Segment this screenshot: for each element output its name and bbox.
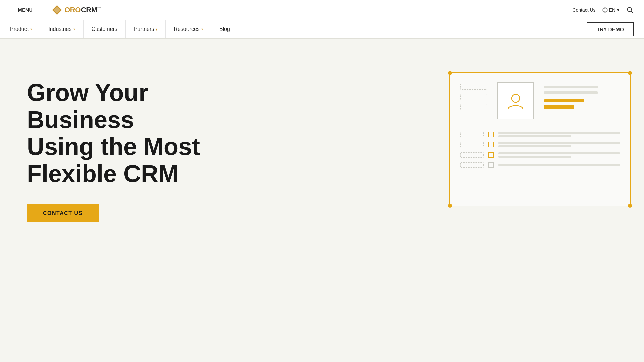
row-dashed-1 — [460, 132, 484, 137]
row-line-3a — [498, 152, 620, 154]
hero-title-line2: Using the Most — [27, 133, 200, 160]
logo-tm: ™ — [97, 6, 101, 10]
avatar-icon — [505, 91, 526, 111]
row-dashed-3 — [460, 152, 484, 158]
info-line-1 — [544, 86, 598, 88]
logo-diamond-icon — [52, 5, 62, 15]
svg-point-7 — [512, 94, 520, 102]
navbar: Product ▾ Industries ▾ Customers Partner… — [0, 20, 644, 39]
row-line-1a — [498, 132, 620, 134]
logo-oro: ORO — [64, 6, 81, 14]
nav-item-partners[interactable]: Partners ▾ — [126, 20, 166, 38]
hero-title: Grow Your Business Using the Most Flexib… — [27, 79, 262, 187]
card-top-section — [450, 73, 630, 132]
topbar-left: MENU OROCRM™ — [0, 0, 110, 20]
info-highlight-2 — [544, 105, 574, 109]
contact-us-link[interactable]: Contact Us — [572, 7, 595, 13]
nav-partners-label: Partners — [134, 26, 154, 32]
search-button[interactable] — [626, 6, 634, 14]
hero-title-line1: Grow Your Business — [27, 79, 148, 133]
corner-dot-br — [628, 204, 632, 208]
hero-title-line3: Flexible CRM — [27, 160, 178, 187]
row-lines-4 — [498, 164, 620, 166]
nav-customers-label: Customers — [92, 26, 117, 32]
nav-items: Product ▾ Industries ▾ Customers Partner… — [10, 20, 238, 38]
card-lower-section — [450, 132, 630, 174]
logo[interactable]: OROCRM™ — [42, 0, 110, 20]
language-selector[interactable]: EN ▾ — [602, 7, 619, 13]
nav-item-product[interactable]: Product ▾ — [10, 20, 40, 38]
corner-dot-bl — [448, 204, 452, 208]
card-left-dashes — [460, 82, 487, 123]
row-line-4a — [498, 164, 620, 166]
row-lines-2 — [498, 142, 620, 147]
svg-line-6 — [631, 11, 633, 13]
menu-button[interactable]: MENU — [0, 0, 42, 20]
row-line-2b — [498, 145, 571, 147]
nav-item-resources[interactable]: Resources ▾ — [166, 20, 211, 38]
crm-illustration — [449, 72, 631, 206]
search-icon — [627, 7, 633, 13]
globe-icon — [602, 7, 608, 13]
resources-chevron-icon: ▾ — [201, 27, 203, 31]
row-lines-1 — [498, 132, 620, 137]
dashed-line-1 — [460, 84, 487, 90]
hero-content: Grow Your Business Using the Most Flexib… — [27, 66, 262, 222]
lang-label: EN — [609, 7, 615, 13]
hamburger-icon — [9, 8, 15, 12]
row-line-1b — [498, 135, 571, 137]
topbar: MENU OROCRM™ Contact Us EN ▾ — [0, 0, 644, 20]
partners-chevron-icon: ▾ — [156, 27, 157, 31]
row-checkbox-2 — [488, 142, 494, 147]
menu-label: MENU — [18, 7, 33, 13]
info-line-2 — [544, 91, 598, 94]
try-demo-button[interactable]: TRY DEMO — [587, 22, 634, 36]
row-checkbox-3 — [488, 152, 494, 158]
nav-item-industries[interactable]: Industries ▾ — [40, 20, 83, 38]
card-right-info — [544, 82, 598, 123]
info-highlight-1 — [544, 99, 584, 102]
row-checkbox-1 — [488, 132, 494, 137]
corner-dot-tr — [628, 71, 632, 75]
row-lines-3 — [498, 152, 620, 158]
crm-card — [449, 72, 631, 206]
row-line-2a — [498, 142, 620, 144]
avatar-box — [497, 82, 534, 119]
nav-industries-label: Industries — [48, 26, 71, 32]
card-row-1 — [460, 132, 620, 137]
hero-section: Grow Your Business Using the Most Flexib… — [0, 39, 644, 314]
nav-product-label: Product — [10, 26, 29, 32]
row-line-3b — [498, 156, 571, 158]
product-chevron-icon: ▾ — [30, 27, 32, 31]
nav-item-blog[interactable]: Blog — [211, 20, 238, 38]
dashed-line-2 — [460, 94, 487, 100]
lang-chevron-icon: ▾ — [617, 7, 619, 13]
card-row-3 — [460, 152, 620, 158]
topbar-right: Contact Us EN ▾ — [572, 6, 644, 14]
corner-dot-tl — [448, 71, 452, 75]
row-dashed-2 — [460, 142, 484, 147]
logo-crm: CRM — [81, 6, 97, 14]
nav-resources-label: Resources — [174, 26, 199, 32]
nav-blog-label: Blog — [219, 26, 230, 32]
dashed-line-3 — [460, 104, 487, 110]
contact-us-button[interactable]: CONTACT US — [27, 204, 99, 222]
nav-item-customers[interactable]: Customers — [84, 20, 126, 38]
card-row-4 — [460, 162, 620, 168]
row-dashed-4 — [460, 162, 484, 168]
card-row-2 — [460, 142, 620, 147]
card-avatar-section — [497, 82, 534, 123]
row-checkbox-4 — [488, 162, 494, 168]
industries-chevron-icon: ▾ — [73, 27, 75, 31]
